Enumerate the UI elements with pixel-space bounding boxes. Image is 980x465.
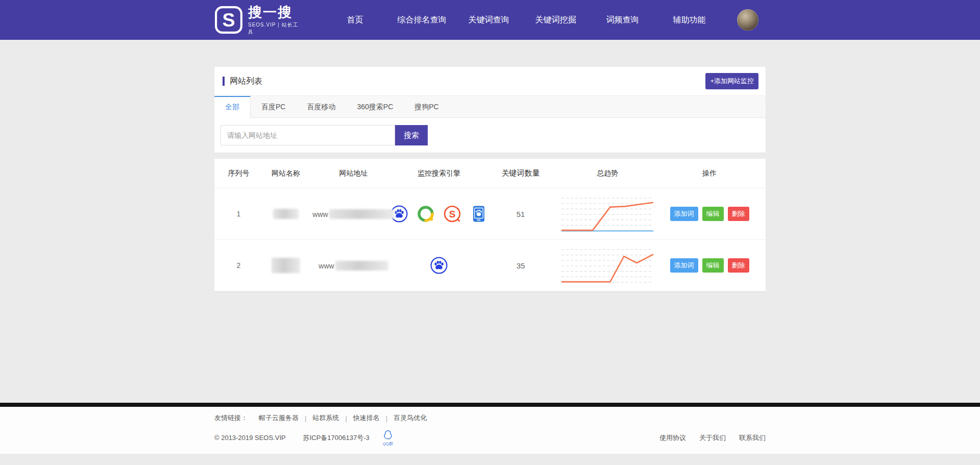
redacted-site-address (335, 261, 388, 271)
site-list-panel: 网站列表 +添加网站监控 全部 百度PC 百度移动 360搜索PC 搜狗PC 搜… (214, 67, 766, 153)
360-search-icon (416, 205, 435, 223)
friend-link[interactable]: 快速排名 (353, 413, 380, 423)
table-header-row: 序列号 网站名称 网站地址 监控搜索引擎 关键词数量 总趋势 操作 (214, 159, 766, 188)
friend-link[interactable]: 站群系统 (312, 413, 339, 423)
engine-filter-tabs: 全部 百度PC 百度移动 360搜索PC 搜狗PC (214, 95, 766, 118)
tab-sogou-pc[interactable]: 搜狗PC (404, 96, 449, 117)
row-seq: 2 (214, 261, 263, 270)
col-site-address: 网站地址 (309, 169, 398, 178)
add-word-button[interactable]: 添加词 (670, 258, 698, 273)
sogou-icon: S (443, 205, 461, 223)
friend-link[interactable]: 帽子云服务器 (259, 413, 299, 423)
engine-icons: S (398, 205, 480, 223)
nav-item-word-frequency[interactable]: 词频查询 (589, 15, 656, 26)
search-button[interactable]: 搜索 (395, 125, 428, 145)
trend-chart (561, 194, 653, 233)
friend-link[interactable]: 百灵鸟优化 (394, 413, 427, 423)
delete-button[interactable]: 删除 (728, 258, 749, 273)
keyword-count: 35 (480, 261, 561, 270)
site-address-prefix: www (312, 210, 328, 218)
site-address-input[interactable] (220, 125, 395, 145)
col-site-name: 网站名称 (263, 169, 309, 178)
col-trend: 总趋势 (561, 169, 653, 178)
add-word-button[interactable]: 添加词 (670, 207, 698, 221)
friend-links-label: 友情链接： (214, 413, 248, 423)
col-engines: 监控搜索引擎 (398, 169, 480, 178)
row-actions: 添加词编辑删除 (653, 207, 766, 221)
tab-baidu-pc[interactable]: 百度PC (251, 96, 296, 117)
user-avatar[interactable] (737, 9, 758, 31)
nav-item-keyword-mining[interactable]: 关键词挖掘 (522, 15, 589, 26)
footer: 友情链接： 帽子云服务器 | 站群系统 | 快速排名 | 百灵鸟优化 © 201… (0, 403, 980, 454)
nav-item-aux-tools[interactable]: 辅助功能 (656, 15, 723, 26)
footer-link-terms[interactable]: 使用协议 (659, 433, 686, 443)
footer-link-contact[interactable]: 联系我们 (739, 433, 766, 443)
qq-group-label: QQ群 (383, 441, 393, 447)
page-title: 网站列表 (223, 77, 262, 86)
col-keyword-count: 关键词数量 (480, 168, 561, 178)
redacted-site-name (272, 258, 300, 273)
separator: | (339, 414, 353, 422)
site-subtitle: SEOS.VIP | 站长工具 (248, 21, 301, 36)
col-actions: 操作 (653, 169, 766, 178)
keyword-count: 51 (480, 210, 561, 218)
separator: | (380, 414, 394, 422)
add-site-monitor-button[interactable]: +添加网站监控 (705, 73, 758, 89)
qq-icon (383, 430, 393, 442)
site-table: 序列号 网站名称 网站地址 监控搜索引擎 关键词数量 总趋势 操作 1 www … (214, 159, 766, 291)
svg-text:S: S (223, 9, 235, 31)
copyright: © 2013-2019 SEOS.VIP (214, 434, 286, 442)
col-seq: 序列号 (214, 169, 263, 178)
engine-icons (398, 256, 480, 275)
icp-number: 苏ICP备17006137号-3 (303, 433, 370, 443)
tab-360-pc[interactable]: 360搜索PC (346, 96, 404, 117)
trend-chart (561, 246, 653, 284)
tab-all[interactable]: 全部 (214, 96, 251, 118)
tab-baidu-mobile[interactable]: 百度移动 (296, 96, 346, 117)
footer-link-about[interactable]: 关于我们 (699, 433, 726, 443)
qq-group-link[interactable]: QQ群 (383, 430, 393, 447)
row-actions: 添加词编辑删除 (653, 258, 766, 273)
seos-logo-icon: S (214, 6, 243, 34)
delete-button[interactable]: 删除 (728, 207, 749, 221)
nav-item-home[interactable]: 首页 (322, 15, 388, 26)
table-row: 1 www S 51 添加词编辑删除 (214, 188, 766, 240)
redacted-site-name (273, 209, 299, 219)
baidu-pc-icon (430, 256, 448, 275)
top-navbar: S 搜一搜 SEOS.VIP | 站长工具 首页 综合排名查询 关键词查询 关键… (0, 0, 980, 40)
redacted-site-address (329, 209, 395, 219)
edit-button[interactable]: 编辑 (702, 258, 724, 273)
main-nav: 首页 综合排名查询 关键词查询 关键词挖掘 词频查询 辅助功能 (322, 15, 723, 26)
nav-item-rank-query[interactable]: 综合排名查询 (388, 15, 455, 26)
footer-divider (0, 403, 980, 407)
edit-button[interactable]: 编辑 (702, 207, 724, 221)
logo[interactable]: S 搜一搜 SEOS.VIP | 站长工具 (214, 5, 301, 36)
site-address-prefix: www (318, 261, 334, 270)
svg-text:S: S (449, 209, 456, 219)
row-seq: 1 (214, 210, 263, 218)
separator: | (299, 414, 312, 422)
site-title: 搜一搜 (248, 5, 301, 20)
table-row: 2 www 35 添加词编辑删除 (214, 240, 766, 291)
nav-item-keyword-query[interactable]: 关键词查询 (455, 15, 522, 26)
